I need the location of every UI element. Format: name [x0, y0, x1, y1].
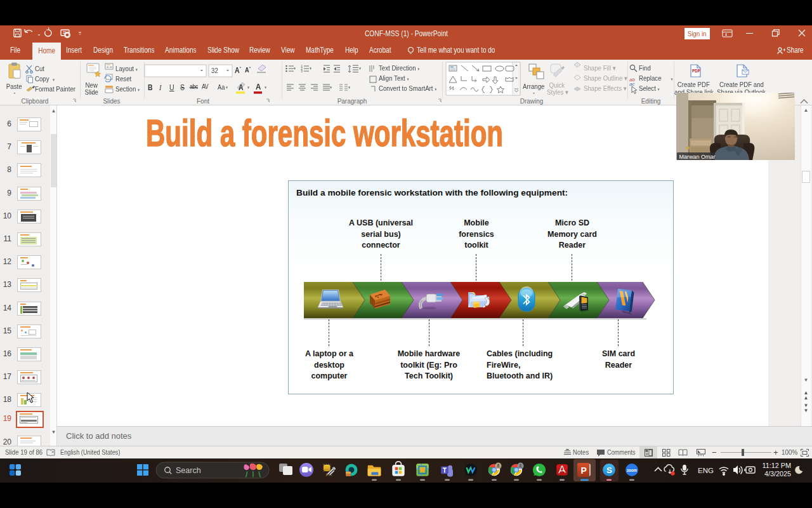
svg-text:zoom: zoom [627, 468, 637, 472]
svg-text:Build a forensic workstation: Build a forensic workstation [146, 112, 503, 154]
svg-text:P: P [581, 465, 587, 476]
svg-text:4/3/2025: 4/3/2025 [764, 470, 791, 478]
svg-text:Marwan Omar: Marwan Omar [679, 154, 716, 160]
svg-text:S: S [606, 465, 612, 475]
svg-text:Search: Search [176, 466, 201, 475]
svg-text:11:12 PM: 11:12 PM [763, 462, 791, 469]
svg-text:ENG: ENG [698, 467, 714, 474]
